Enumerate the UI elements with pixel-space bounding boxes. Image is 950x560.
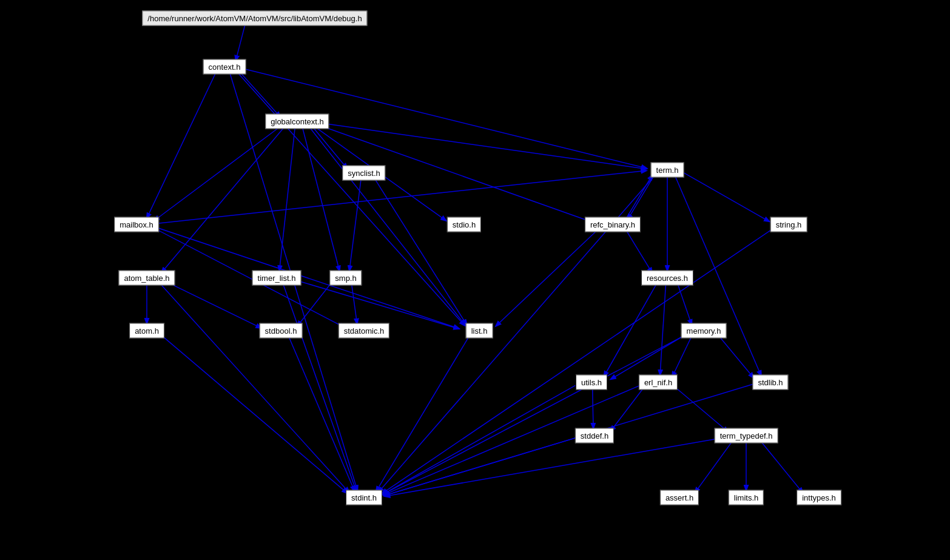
svg-line-48 [674, 386, 728, 432]
svg-line-4 [237, 72, 465, 326]
svg-line-16 [375, 179, 467, 325]
svg-line-22 [164, 280, 261, 328]
svg-line-2 [239, 71, 280, 117]
node-mailbox[interactable]: mailbox.h [114, 217, 159, 232]
node-utils[interactable]: utils.h [576, 375, 607, 390]
node-string[interactable]: string.h [770, 217, 807, 232]
svg-line-10 [303, 128, 340, 271]
svg-line-39 [660, 285, 665, 375]
node-stdio[interactable]: stdio.h [447, 217, 481, 232]
node-timer_list[interactable]: timer_list.h [252, 271, 302, 286]
svg-line-28 [161, 335, 347, 493]
dependency-graph: /home/runner/work/AtomVM/AtomVM/src/libA… [0, 0, 950, 560]
svg-line-47 [611, 387, 644, 431]
node-stdbool[interactable]: stdbool.h [260, 323, 303, 339]
svg-line-52 [695, 440, 733, 493]
svg-line-55 [385, 437, 729, 496]
node-term_typedef[interactable]: term_typedef.h [715, 428, 778, 444]
svg-line-50 [385, 384, 753, 495]
svg-line-42 [672, 336, 692, 377]
node-stdlib[interactable]: stdlib.h [752, 375, 788, 390]
node-refc_binary[interactable]: refc_binary.h [585, 217, 641, 232]
svg-line-46 [383, 385, 575, 494]
svg-line-37 [625, 175, 652, 219]
svg-line-41 [611, 334, 687, 379]
node-assert[interactable]: assert.h [660, 490, 699, 505]
svg-line-32 [684, 173, 769, 221]
node-term[interactable]: term.h [651, 163, 684, 178]
node-smp[interactable]: smp.h [329, 271, 362, 286]
svg-line-8 [161, 127, 285, 273]
svg-line-7 [312, 126, 348, 168]
svg-line-18 [154, 227, 459, 329]
svg-line-29 [289, 337, 354, 491]
svg-line-1 [236, 24, 246, 61]
svg-line-3 [147, 73, 215, 218]
node-inttypes[interactable]: inttypes.h [797, 490, 841, 505]
svg-line-36 [496, 229, 598, 326]
svg-line-30 [628, 175, 655, 219]
svg-line-23 [160, 283, 349, 493]
svg-line-25 [283, 285, 356, 491]
svg-line-57 [382, 228, 773, 493]
node-erl_nif[interactable]: erl_nif.h [639, 375, 678, 390]
svg-line-35 [625, 229, 652, 272]
node-synclist[interactable]: synclist.h [342, 166, 385, 181]
svg-line-43 [718, 335, 754, 377]
svg-line-9 [280, 129, 295, 271]
node-memory[interactable]: memory.h [681, 323, 727, 339]
node-context[interactable]: context.h [203, 59, 246, 75]
svg-line-45 [593, 390, 593, 428]
svg-line-19 [153, 228, 345, 328]
svg-line-27 [352, 285, 357, 323]
svg-line-26 [297, 283, 332, 326]
node-stdatomic[interactable]: stdatomic.h [339, 323, 389, 339]
node-atom[interactable]: atom.h [129, 323, 164, 339]
node-atom_table[interactable]: atom_table.h [118, 271, 175, 286]
svg-line-11 [315, 123, 647, 169]
svg-line-38 [678, 284, 692, 325]
svg-line-20 [155, 170, 646, 224]
node-limits[interactable]: limits.h [729, 490, 764, 505]
svg-line-17 [349, 180, 361, 271]
node-stddef[interactable]: stddef.h [575, 428, 614, 444]
svg-line-12 [309, 127, 465, 325]
svg-line-56 [376, 337, 469, 491]
node-globalcontext[interactable]: globalcontext.h [265, 114, 329, 129]
node-stdint[interactable]: stdint.h [346, 490, 382, 505]
svg-line-40 [604, 284, 657, 377]
svg-line-13 [154, 125, 281, 220]
svg-line-44 [383, 334, 687, 494]
svg-line-51 [385, 437, 577, 496]
svg-line-24 [294, 280, 459, 329]
svg-line-54 [760, 440, 803, 493]
node-resources[interactable]: resources.h [641, 271, 693, 286]
node-list[interactable]: list.h [466, 323, 493, 339]
node-root[interactable]: /home/runner/work/AtomVM/AtomVM/src/libA… [142, 11, 367, 26]
